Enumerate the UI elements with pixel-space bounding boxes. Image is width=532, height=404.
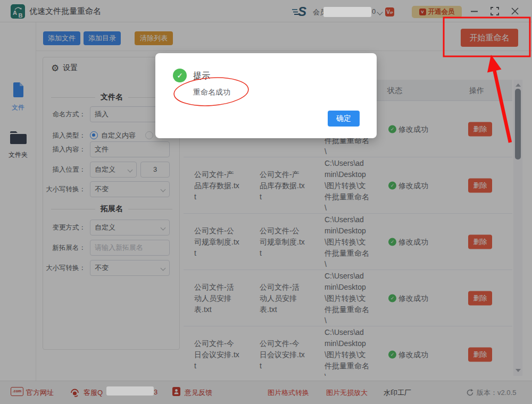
redaction-qq-number [106, 386, 154, 395]
confirm-button[interactable]: 确定 [328, 111, 360, 127]
alert-dialog: ✓ 提示 重命名成功 确定 [155, 53, 377, 138]
dialog-title: 提示 [193, 71, 210, 82]
redaction-account-name [323, 7, 371, 17]
dialog-message: 重命名成功 [193, 88, 230, 97]
app-window: A B 优速文件批量重命名 S 会员 0 VIP V 开通会员 [0, 0, 532, 404]
success-check-icon: ✓ [173, 69, 187, 82]
